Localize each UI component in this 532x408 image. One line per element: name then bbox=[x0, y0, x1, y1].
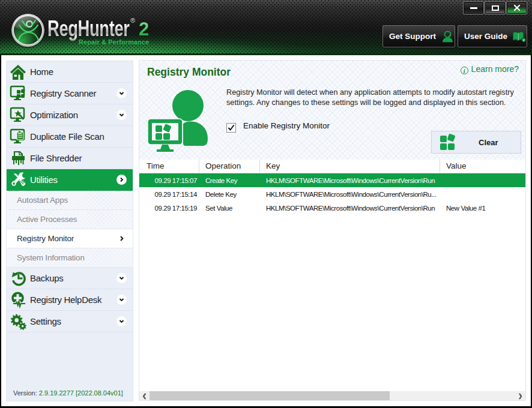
svg-text:i: i bbox=[523, 38, 524, 42]
